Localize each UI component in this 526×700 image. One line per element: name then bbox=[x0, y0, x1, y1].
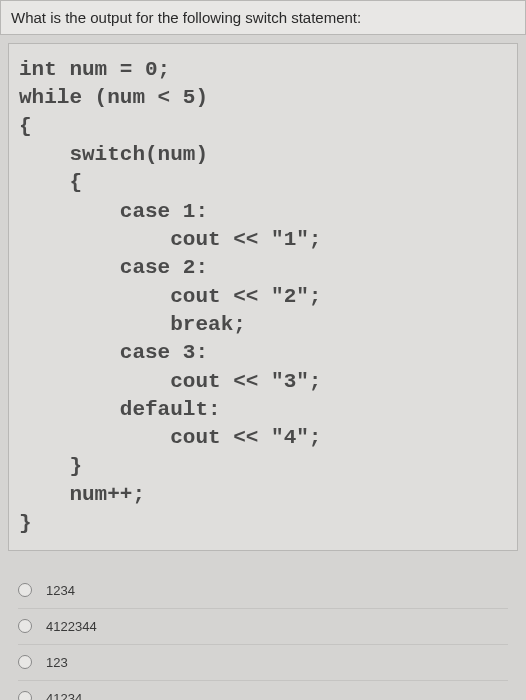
answer-options: 1234 4122344 123 41234 44 bbox=[18, 573, 508, 700]
radio-icon[interactable] bbox=[18, 583, 32, 597]
option-label: 1234 bbox=[46, 583, 75, 598]
option-label: 4122344 bbox=[46, 619, 97, 634]
option-row[interactable]: 1234 bbox=[18, 573, 508, 609]
option-row[interactable]: 123 bbox=[18, 645, 508, 681]
radio-icon[interactable] bbox=[18, 619, 32, 633]
radio-icon[interactable] bbox=[18, 655, 32, 669]
option-row[interactable]: 41234 bbox=[18, 681, 508, 700]
option-row[interactable]: 4122344 bbox=[18, 609, 508, 645]
code-block: int num = 0; while (num < 5) { switch(nu… bbox=[8, 43, 518, 551]
question-text: What is the output for the following swi… bbox=[0, 0, 526, 35]
radio-icon[interactable] bbox=[18, 691, 32, 700]
option-label: 41234 bbox=[46, 691, 82, 700]
option-label: 123 bbox=[46, 655, 68, 670]
